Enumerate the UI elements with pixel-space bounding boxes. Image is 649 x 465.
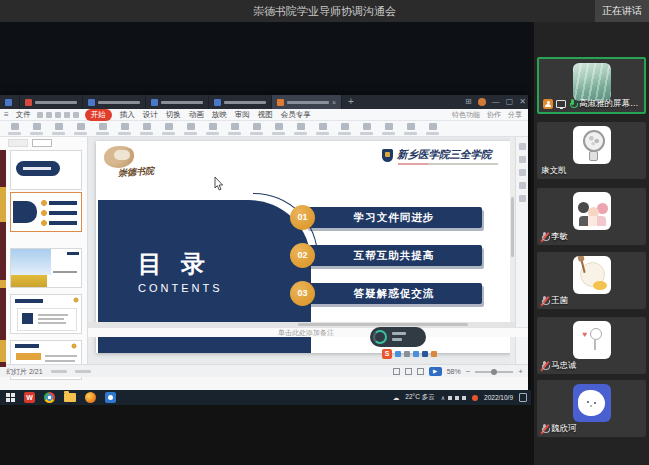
tray-icon[interactable] [448, 396, 452, 400]
sorter-view-icon[interactable] [405, 368, 412, 375]
menu-action[interactable]: 协作 [487, 110, 501, 120]
notes-placeholder: 单击此处添加备注 [278, 329, 334, 336]
toc-title: 目 录 [138, 248, 211, 280]
share-toolbar-overlay[interactable]: S [382, 349, 437, 359]
document-tab-strip: × + ⊞ — ▢ ✕ [0, 95, 528, 109]
meeting-performance-overlay[interactable] [370, 327, 426, 347]
hamburger-icon[interactable]: ≡ [4, 110, 9, 119]
ribbon-tool[interactable] [140, 123, 153, 135]
ribbon-tool[interactable] [404, 123, 417, 135]
notes-bar[interactable]: 单击此处添加备注 [88, 327, 528, 337]
taskbar-date[interactable]: 2022/10/9 [484, 394, 513, 401]
start-button-icon[interactable] [6, 393, 15, 402]
chrome-app-icon[interactable] [44, 392, 55, 403]
screen-share-view: × + ⊞ — ▢ ✕ ≡ 文件 开始插入设计切换动画放映审阅视图会员专享 特色… [0, 22, 531, 405]
menu-tab[interactable]: 设计 [143, 109, 158, 121]
zoom-out-icon[interactable]: − [466, 367, 471, 376]
slide-thumbnail[interactable]: 1 [10, 150, 82, 190]
system-tray[interactable]: ∧ [441, 394, 466, 401]
ribbon-tool[interactable] [294, 123, 307, 135]
document-tab[interactable] [83, 95, 146, 109]
document-tab[interactable] [20, 95, 83, 109]
weather-text[interactable]: 22°C 多云 [405, 393, 434, 402]
app-icon[interactable] [105, 392, 116, 403]
slideshow-button[interactable]: ▶ [429, 367, 442, 376]
tool-icon[interactable] [413, 351, 419, 357]
tool-icon[interactable] [431, 351, 437, 357]
menu-tab[interactable]: 动画 [189, 109, 204, 121]
maximize-icon[interactable]: ▢ [506, 95, 514, 109]
ribbon-tool[interactable] [96, 123, 109, 135]
participant-tile[interactable]: 李敏 [537, 188, 646, 245]
menu-tab[interactable]: 切换 [166, 109, 181, 121]
ribbon-tool[interactable] [382, 123, 395, 135]
ribbon-tool[interactable] [30, 123, 43, 135]
tab-layout-icon[interactable]: ⊞ [465, 95, 472, 109]
shield-logo-icon [382, 149, 393, 162]
ribbon-tool[interactable] [206, 123, 219, 135]
ribbon-tool[interactable] [316, 123, 329, 135]
menu-tab[interactable]: 会员专享 [281, 109, 311, 121]
menu-tab[interactable]: 放映 [212, 109, 227, 121]
participant-tile[interactable]: 王菌 [537, 252, 646, 309]
ribbon-tool[interactable] [272, 123, 285, 135]
document-tab[interactable]: × [272, 95, 342, 109]
document-tab[interactable] [209, 95, 272, 109]
participant-tile[interactable]: 马忠诚 [537, 317, 646, 374]
ribbon-tool[interactable] [228, 123, 241, 135]
menu-tab[interactable]: 插入 [120, 109, 135, 121]
ribbon-tool[interactable] [250, 123, 263, 135]
close-icon[interactable]: ✕ [519, 95, 526, 109]
ribbon-tool[interactable] [338, 123, 351, 135]
firefox-app-icon[interactable] [85, 392, 96, 403]
ribbon-tool[interactable] [74, 123, 87, 135]
participant-name: 李敏 [551, 231, 568, 242]
menu-tab[interactable]: 视图 [258, 109, 273, 121]
tray-icon[interactable] [462, 396, 466, 400]
toc-item: 互帮互助共提高 02 [290, 243, 486, 269]
document-tab[interactable] [146, 95, 209, 109]
slide-thumbnail[interactable]: 4 [10, 294, 82, 334]
menu-action[interactable]: 分享 [508, 110, 522, 120]
notification-center-icon[interactable] [519, 393, 527, 402]
tray-icon[interactable] [455, 396, 459, 400]
minimize-icon[interactable]: — [492, 95, 500, 109]
participant-tile[interactable]: 魏欣珂 [537, 380, 646, 437]
ribbon-tool[interactable] [426, 123, 439, 135]
tray-app-icon[interactable] [472, 395, 478, 401]
new-tab-button[interactable]: + [342, 95, 360, 109]
explorer-app-icon[interactable] [64, 393, 76, 402]
zoom-slider[interactable] [475, 371, 513, 373]
reading-view-icon[interactable] [417, 368, 424, 375]
tool-icon[interactable] [422, 351, 428, 357]
menu-tab[interactable]: 开始 [85, 109, 112, 121]
participant-tile[interactable]: 康文凯 [537, 122, 646, 179]
participant-name: 高淑雅的屏幕… [579, 98, 639, 109]
wps-app-icon[interactable]: W [24, 392, 35, 403]
assistant-icon[interactable]: S [382, 349, 392, 359]
file-menu[interactable]: 文件 [12, 110, 35, 120]
ribbon-tool[interactable] [162, 123, 175, 135]
menu-action[interactable]: 特色功能 [452, 110, 480, 120]
tool-icon[interactable] [395, 351, 401, 357]
ribbon-tool[interactable] [8, 123, 21, 135]
participant-avatar [573, 126, 611, 164]
outline-slides-tabs[interactable] [8, 139, 52, 147]
tab-close-icon[interactable]: × [332, 99, 336, 106]
tray-caret-icon[interactable]: ∧ [441, 394, 445, 401]
account-avatar[interactable] [478, 98, 486, 106]
quick-access-toolbar[interactable] [37, 112, 79, 118]
ribbon-tool[interactable] [184, 123, 197, 135]
slide-thumbnail[interactable]: 2 [10, 192, 82, 232]
tool-icon[interactable] [404, 351, 410, 357]
zoom-in-icon[interactable]: + [518, 367, 523, 376]
menu-tab[interactable]: 审阅 [235, 109, 250, 121]
participant-tile[interactable]: 高淑雅的屏幕… [537, 57, 646, 114]
normal-view-icon[interactable] [393, 368, 400, 375]
ribbon-tool[interactable] [52, 123, 65, 135]
right-side-toolbar[interactable] [515, 137, 528, 377]
slide-thumbnail[interactable]: 3 [10, 248, 82, 288]
document-tab[interactable] [0, 95, 20, 109]
ribbon-tool[interactable] [118, 123, 131, 135]
ribbon-tool[interactable] [360, 123, 373, 135]
